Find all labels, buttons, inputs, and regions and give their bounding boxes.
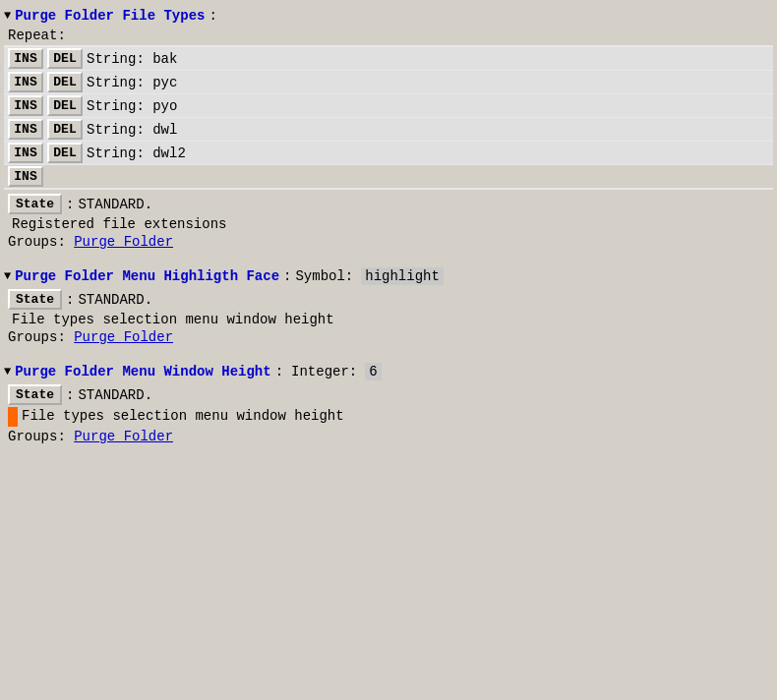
collapse-icon-1[interactable]: ▼ <box>4 9 11 23</box>
state-value-1: STANDARD. <box>78 197 152 212</box>
section-3-title: Purge Folder Menu Window Height <box>15 364 270 379</box>
groups-label-3: Groups: <box>8 429 66 444</box>
description-row-3: File types selection menu window height <box>8 407 773 427</box>
section-2-value-label: Symbol: <box>295 268 353 284</box>
repeat-label-1: Repeat: <box>8 28 773 43</box>
section-2-suffix: : <box>283 268 291 284</box>
table-row: INS DEL String: pyo <box>4 94 773 117</box>
state-row-1: State : STANDARD. <box>8 194 773 214</box>
groups-row-3: Groups: Purge Folder <box>8 429 773 444</box>
ins-button-1-5[interactable]: INS <box>8 143 43 163</box>
ins-button-1-4[interactable]: INS <box>8 119 43 140</box>
description-3: File types selection menu window height <box>22 408 344 424</box>
section-1-header: ▼ Purge Folder File Types: <box>4 8 773 24</box>
section-3-header: ▼ Purge Folder Menu Window Height: Integ… <box>4 363 773 380</box>
collapse-icon-3[interactable]: ▼ <box>4 365 11 379</box>
del-button-1-4[interactable]: DEL <box>47 119 83 140</box>
row-value-1-2: String: pyc <box>87 75 177 90</box>
section-2-value: highlight <box>361 267 444 285</box>
groups-label-1: Groups: <box>8 234 66 250</box>
del-button-1-5[interactable]: DEL <box>47 143 83 163</box>
state-colon-1: : <box>66 197 74 212</box>
groups-label-2: Groups: <box>8 329 66 345</box>
state-row-3: State : STANDARD. <box>8 384 773 405</box>
section-purge-folder-menu-highligth-face: ▼ Purge Folder Menu Highligth Face: Symb… <box>4 267 773 345</box>
state-value-3: STANDARD. <box>78 387 152 403</box>
groups-link-1[interactable]: Purge Folder <box>74 234 173 250</box>
orange-indicator-3 <box>8 407 18 427</box>
groups-row-1: Groups: Purge Folder <box>8 234 773 250</box>
table-row: INS DEL String: dwl <box>4 118 773 141</box>
groups-link-3[interactable]: Purge Folder <box>74 429 173 444</box>
ins-button-1-3[interactable]: INS <box>8 95 43 116</box>
repeat-rows-1: INS DEL String: bak INS DEL String: pyc … <box>4 45 773 190</box>
ins-button-1-1[interactable]: INS <box>8 48 43 69</box>
section-1-suffix: : <box>209 8 216 24</box>
section-1-title: Purge Folder File Types <box>15 8 205 24</box>
state-value-2: STANDARD. <box>78 292 152 308</box>
table-row: INS DEL String: pyc <box>4 71 773 93</box>
groups-row-2: Groups: Purge Folder <box>8 329 773 345</box>
section-3-suffix: : <box>275 364 283 379</box>
del-button-1-1[interactable]: DEL <box>47 48 83 69</box>
del-button-1-2[interactable]: DEL <box>47 72 83 92</box>
state-colon-3: : <box>66 387 74 403</box>
row-value-1-3: String: pyo <box>87 98 177 114</box>
state-row-2: State : STANDARD. <box>8 289 773 310</box>
description-1: Registered file extensions <box>12 216 773 232</box>
row-value-1-4: String: dwl <box>87 122 177 138</box>
section-2-title: Purge Folder Menu Highligth Face <box>15 268 279 284</box>
row-value-1-1: String: bak <box>87 51 177 67</box>
section-3-value-label: Integer: <box>291 364 357 379</box>
state-colon-2: : <box>66 292 74 308</box>
del-button-1-3[interactable]: DEL <box>47 95 83 116</box>
state-button-3[interactable]: State <box>8 384 62 405</box>
section-purge-folder-file-types: ▼ Purge Folder File Types: Repeat: INS D… <box>4 8 773 250</box>
ins-button-1-last[interactable]: INS <box>8 166 43 187</box>
state-button-1[interactable]: State <box>8 194 62 214</box>
section-purge-folder-menu-window-height: ▼ Purge Folder Menu Window Height: Integ… <box>4 363 773 444</box>
section-3-value: 6 <box>365 363 381 380</box>
section-2-header: ▼ Purge Folder Menu Highligth Face: Symb… <box>4 267 773 285</box>
collapse-icon-2[interactable]: ▼ <box>4 269 11 283</box>
table-row: INS DEL String: bak <box>4 47 773 70</box>
groups-link-2[interactable]: Purge Folder <box>74 329 173 345</box>
description-2: File types selection menu window height <box>12 312 773 327</box>
state-button-2[interactable]: State <box>8 289 62 310</box>
row-value-1-5: String: dwl2 <box>87 146 186 161</box>
ins-button-1-2[interactable]: INS <box>8 72 43 92</box>
table-row: INS DEL String: dwl2 <box>4 142 773 164</box>
last-ins-row-1: INS <box>4 165 773 188</box>
